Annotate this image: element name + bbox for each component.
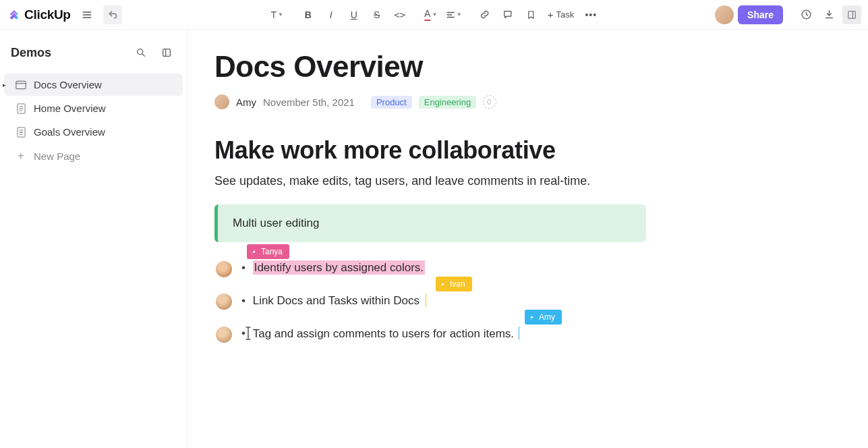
doc-landscape-icon (15, 80, 27, 90)
user-cursor-flag-tanya: Tanya (247, 244, 289, 259)
bullet-text: Identify users by assigned colors. (253, 260, 425, 275)
sidebar-item-home-overview[interactable]: Home Overview (4, 97, 183, 119)
bullet-dot: • (241, 261, 245, 274)
bold-button[interactable]: B (298, 5, 318, 24)
plus-icon: + (15, 150, 27, 162)
logo-icon (7, 7, 22, 22)
remote-cursor (426, 293, 426, 307)
add-tag-button[interactable] (483, 95, 496, 109)
svg-rect-3 (163, 49, 171, 57)
collaborator-avatar (216, 261, 232, 277)
sidebar-item-goals-overview[interactable]: Goals Overview (4, 121, 183, 143)
doc-icon (15, 103, 27, 114)
callout-text: Multi user editing (233, 217, 320, 229)
section-paragraph[interactable]: See updates, make edits, tag users, and … (214, 174, 841, 188)
add-task-button[interactable]: +Task (544, 5, 579, 24)
document-body[interactable]: Docs Overview Amy November 5th, 2021 Pro… (187, 30, 868, 448)
tag-product[interactable]: Product (371, 96, 412, 109)
section-heading[interactable]: Make work more collaborative (214, 136, 841, 165)
doc-meta: Amy November 5th, 2021 Product Engineeri… (214, 94, 841, 109)
user-cursor-flag-amy: Amy (525, 310, 562, 325)
code-button[interactable]: <> (390, 5, 410, 24)
user-avatar[interactable] (715, 5, 734, 24)
doc-icon (15, 127, 27, 138)
link-icon[interactable] (475, 5, 495, 24)
collaborator-avatar (216, 327, 232, 343)
user-flag-label: Ivan (450, 279, 465, 289)
italic-button[interactable]: I (321, 5, 341, 24)
underline-button[interactable]: U (344, 5, 364, 24)
svg-rect-1 (848, 11, 856, 18)
strikethrough-button[interactable]: S (367, 5, 387, 24)
user-cursor-flag-ivan: Ivan (436, 277, 472, 291)
panel-toggle-icon[interactable] (842, 5, 861, 24)
author-name: Amy (236, 96, 256, 108)
remote-cursor (519, 327, 519, 340)
sidebar-item-label: Docs Overview (34, 79, 102, 90)
author-avatar (214, 94, 229, 109)
app-name: ClickUp (24, 7, 71, 22)
sidebar-new-page[interactable]: + New Page (4, 144, 183, 167)
app-logo[interactable]: ClickUp (7, 7, 71, 22)
callout-block[interactable]: Multi user editing (214, 204, 646, 242)
add-task-label: Task (556, 9, 575, 20)
text-color-dropdown[interactable]: A▼ (421, 5, 441, 24)
page-title[interactable]: Docs Overview (214, 50, 841, 84)
tag-engineering[interactable]: Engineering (419, 96, 476, 109)
sidebar-item-label: Goals Overview (34, 126, 105, 138)
svg-point-2 (138, 49, 143, 55)
bullet-row[interactable]: Amy • Tag and assign comments to users f… (221, 327, 841, 341)
workspace-title: Demos (11, 46, 132, 60)
search-icon[interactable] (132, 43, 150, 62)
sidebar-new-label: New Page (34, 150, 80, 162)
sidebar: Demos Docs Overview Home Overview (0, 30, 187, 448)
bullet-text: Tag and assign comments to users for act… (253, 327, 514, 339)
download-icon[interactable] (819, 5, 838, 24)
comment-icon[interactable] (498, 5, 518, 24)
history-icon[interactable] (797, 5, 815, 24)
undo-icon[interactable] (103, 5, 122, 24)
bullet-row[interactable]: Tanya • Identify users by assigned color… (221, 261, 841, 275)
align-dropdown[interactable]: ▼ (444, 5, 464, 24)
user-flag-label: Tanya (261, 247, 283, 256)
bullet-text: Link Docs and Tasks within Docs (253, 294, 419, 307)
text-style-dropdown[interactable]: T▼ (267, 5, 287, 24)
doc-date: November 5th, 2021 (263, 96, 355, 108)
more-icon[interactable]: ••• (581, 5, 601, 24)
text-cursor-icon (244, 327, 252, 340)
share-button[interactable]: Share (738, 5, 783, 24)
menu-icon[interactable] (78, 5, 96, 24)
sidebar-item-label: Home Overview (34, 103, 106, 114)
user-flag-label: Amy (539, 312, 555, 322)
sidebar-item-docs-overview[interactable]: Docs Overview (4, 74, 183, 96)
panel-icon[interactable] (157, 43, 176, 62)
svg-rect-4 (16, 81, 26, 88)
bullet-dot: • (241, 294, 245, 307)
collaborator-avatar (216, 293, 232, 310)
bullet-row[interactable]: Ivan • Link Docs and Tasks within Docs (221, 293, 841, 308)
bookmark-icon[interactable] (521, 5, 541, 24)
